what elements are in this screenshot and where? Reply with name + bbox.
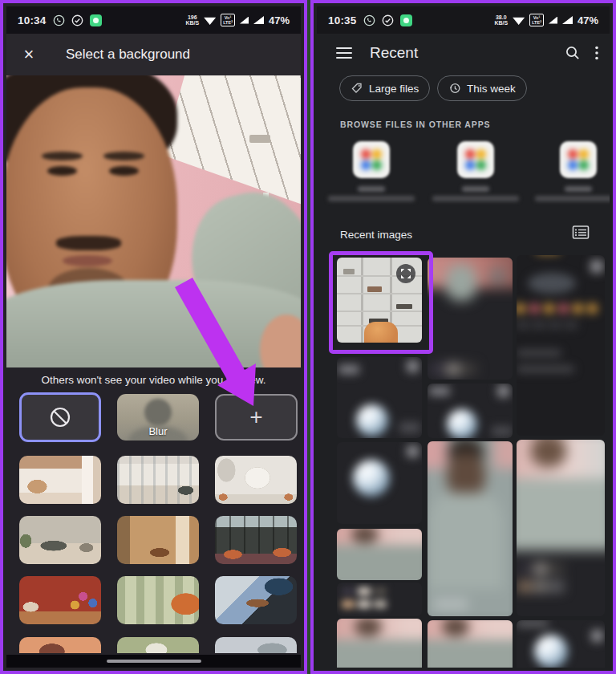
check-circle-icon bbox=[382, 14, 394, 26]
chip-label: Large files bbox=[369, 83, 419, 95]
blurred-account-label bbox=[535, 196, 610, 201]
background-thumbnail[interactable] bbox=[19, 516, 101, 564]
photos-app-shortcut[interactable] bbox=[457, 141, 494, 178]
blur-background-button[interactable]: Blur bbox=[117, 394, 199, 441]
signal-icon-sim1 bbox=[240, 17, 249, 24]
recent-image-selected[interactable] bbox=[337, 258, 422, 343]
volte-icon: Vo¹LTE² bbox=[529, 14, 544, 26]
recent-image-blurred[interactable] bbox=[428, 620, 513, 668]
recent-image-blurred[interactable] bbox=[337, 529, 422, 580]
menu-icon[interactable] bbox=[336, 47, 352, 59]
tag-icon bbox=[351, 82, 363, 95]
whatsapp-icon bbox=[363, 14, 375, 26]
gesture-nav-bar bbox=[6, 655, 301, 668]
green-app-icon bbox=[90, 14, 102, 26]
background-thumbnail[interactable] bbox=[117, 456, 199, 504]
green-app-icon bbox=[400, 14, 412, 26]
person-in-preview bbox=[6, 75, 301, 367]
wifi-icon bbox=[204, 15, 216, 25]
background-thumbnail[interactable] bbox=[117, 576, 199, 624]
recent-image-blurred[interactable] bbox=[337, 442, 422, 524]
signal-icon-sim2 bbox=[253, 16, 264, 24]
background-thumbnail[interactable] bbox=[215, 576, 297, 624]
meet-screenshot-panel: 10:34 196KB/S Vo¹LTE² 47% × Select a bac… bbox=[0, 0, 307, 674]
signal-icon-sim2 bbox=[562, 16, 573, 24]
block-icon bbox=[47, 404, 73, 430]
status-time: 10:34 bbox=[18, 14, 47, 26]
photos-app-shortcut[interactable] bbox=[560, 141, 597, 178]
wifi-icon bbox=[513, 15, 525, 25]
check-circle-icon bbox=[71, 14, 83, 26]
network-speed: 38.0KB/S bbox=[494, 14, 508, 26]
background-thumbnail[interactable] bbox=[19, 576, 101, 624]
recent-image-blurred[interactable] bbox=[517, 255, 605, 436]
blur-silhouette bbox=[144, 399, 172, 426]
plus-icon: + bbox=[249, 404, 262, 430]
search-icon[interactable] bbox=[565, 45, 581, 61]
blurred-app-label bbox=[358, 186, 385, 192]
page-title: Select a background bbox=[66, 47, 190, 63]
files-screenshot-panel: 10:35 38.0KB/S Vo¹LTE² 47% Recent bbox=[310, 0, 616, 674]
signal-icon-sim1 bbox=[549, 17, 557, 24]
background-thumbnail[interactable] bbox=[117, 637, 199, 653]
preview-privacy-note: Others won't see your video while you pr… bbox=[6, 367, 301, 392]
battery-percent: 47% bbox=[269, 14, 290, 26]
recent-image-blurred[interactable] bbox=[428, 441, 513, 616]
background-thumbnail[interactable] bbox=[215, 516, 297, 564]
history-icon bbox=[448, 82, 461, 95]
app-bar: × Select a background bbox=[6, 34, 301, 75]
chair-decor bbox=[364, 322, 398, 343]
recent-image-blurred[interactable] bbox=[337, 583, 422, 616]
background-thumbnail[interactable] bbox=[19, 456, 101, 504]
list-view-toggle-icon[interactable] bbox=[572, 225, 590, 241]
recent-image-blurred[interactable] bbox=[428, 384, 513, 438]
expand-icon[interactable] bbox=[396, 264, 415, 283]
battery-percent: 47% bbox=[578, 14, 598, 26]
chip-label: This week bbox=[467, 83, 516, 95]
recent-image-blurred[interactable] bbox=[337, 357, 422, 438]
page-title: Recent bbox=[370, 44, 418, 62]
photos-app-shortcut[interactable] bbox=[353, 141, 390, 178]
app-bar: Recent bbox=[317, 34, 610, 72]
browse-section-title: BROWSE FILES IN OTHER APPS bbox=[340, 120, 491, 129]
recent-image-blurred[interactable] bbox=[428, 258, 513, 380]
recent-image-blurred[interactable] bbox=[337, 619, 422, 668]
status-bar: 10:35 38.0KB/S Vo¹LTE² 47% bbox=[317, 6, 610, 34]
recent-image-blurred[interactable] bbox=[517, 440, 605, 616]
blurred-app-label bbox=[565, 186, 592, 192]
recent-images-title: Recent images bbox=[340, 229, 412, 241]
blurred-app-label bbox=[462, 186, 489, 192]
status-bar: 10:34 196KB/S Vo¹LTE² 47% bbox=[6, 6, 301, 34]
filter-chip-large-files[interactable]: Large files bbox=[339, 75, 430, 101]
blurred-account-label bbox=[328, 196, 415, 201]
filter-chip-this-week[interactable]: This week bbox=[437, 75, 527, 101]
background-thumbnail[interactable] bbox=[19, 637, 101, 653]
network-speed: 196KB/S bbox=[185, 14, 199, 26]
volte-icon: Vo¹LTE² bbox=[221, 14, 235, 26]
close-icon[interactable]: × bbox=[13, 44, 45, 65]
home-handle[interactable] bbox=[107, 660, 201, 663]
no-background-button[interactable] bbox=[19, 392, 101, 442]
add-background-button[interactable]: + bbox=[215, 394, 298, 441]
self-video-preview bbox=[6, 75, 301, 367]
more-options-icon[interactable] bbox=[595, 46, 598, 60]
blur-label: Blur bbox=[117, 425, 199, 437]
background-thumbnail[interactable] bbox=[215, 637, 297, 653]
blurred-account-label bbox=[432, 196, 519, 201]
background-thumbnail[interactable] bbox=[117, 516, 199, 564]
status-time: 10:35 bbox=[328, 14, 357, 26]
background-thumbnail[interactable] bbox=[215, 456, 297, 504]
whatsapp-icon bbox=[53, 14, 65, 26]
recent-image-blurred[interactable] bbox=[517, 620, 605, 668]
